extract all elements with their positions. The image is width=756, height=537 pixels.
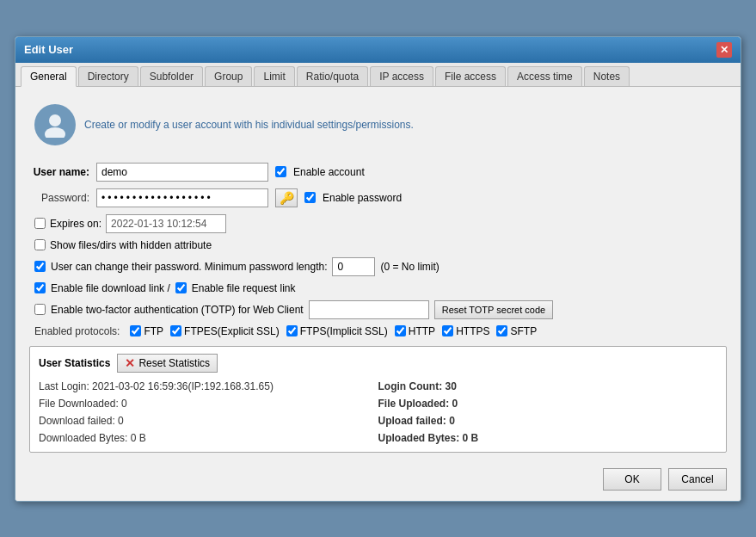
main-content: Create or modify a user account with his…: [15, 87, 741, 461]
login-count-stat: Login Count: 30: [378, 380, 718, 393]
svg-point-0: [49, 114, 61, 127]
dialog-title: Edit User: [24, 43, 73, 56]
downloaded-bytes-stat: Downloaded Bytes: 0 B: [39, 431, 378, 445]
cancel-button[interactable]: Cancel: [668, 468, 727, 491]
tab-file-access[interactable]: File access: [435, 66, 506, 86]
stats-title: User Statistics: [39, 357, 110, 369]
proto-http-checkbox[interactable]: [395, 325, 406, 336]
protocols-row: Enabled protocols: FTP FTPES(Explicit SS…: [34, 325, 727, 337]
username-label: User name:: [29, 166, 89, 178]
close-button[interactable]: ✕: [716, 42, 732, 58]
upload-failed-value: 0: [449, 415, 455, 427]
proto-https: HTTPS: [442, 325, 489, 337]
min-password-input[interactable]: [332, 257, 375, 276]
proto-http: HTTP: [395, 325, 435, 337]
key-button[interactable]: 🔑: [275, 188, 298, 207]
proto-ftp: FTP: [130, 325, 163, 337]
enable-account-checkbox[interactable]: [275, 166, 286, 177]
proto-ftp-label: FTP: [144, 325, 163, 337]
request-link-checkbox[interactable]: [175, 282, 187, 293]
tab-limit[interactable]: Limit: [254, 66, 294, 86]
totp-input[interactable]: [309, 300, 429, 319]
expires-label: Expires on:: [50, 218, 101, 230]
header-description: Create or modify a user account with his…: [84, 119, 414, 131]
password-label: Password:: [29, 192, 89, 204]
tab-notes[interactable]: Notes: [584, 66, 630, 86]
reset-totp-button[interactable]: Reset TOTP secret code: [434, 300, 553, 319]
file-downloaded-label: File Downloaded:: [39, 398, 119, 410]
last-login-stat: Last Login: 2021-03-02 16:59:36(IP:192.1…: [39, 380, 378, 393]
upload-failed-label: Upload failed:: [378, 415, 446, 427]
tab-group[interactable]: Group: [205, 66, 252, 86]
edit-user-dialog: Edit User ✕ General Directory Subfolder …: [15, 36, 741, 502]
protocols-label: Enabled protocols:: [34, 325, 120, 337]
change-password-row: User can change their password. Minimum …: [34, 257, 727, 276]
avatar: [34, 104, 76, 145]
totp-label: Enable two-factor authentication (TOTP) …: [51, 304, 304, 316]
bottom-bar: OK Cancel: [15, 461, 741, 501]
tab-ip-access[interactable]: IP access: [370, 66, 433, 86]
totp-row: Enable two-factor authentication (TOTP) …: [34, 300, 727, 319]
request-link-label: Enable file request link: [192, 282, 296, 294]
login-count-label: Login Count:: [378, 380, 443, 392]
svg-point-1: [45, 127, 65, 138]
proto-sftp-label: SFTP: [510, 325, 537, 337]
expires-checkbox[interactable]: [34, 218, 46, 229]
password-input[interactable]: [96, 188, 268, 207]
proto-ftps: FTPS(Implicit SSL): [286, 325, 388, 337]
totp-checkbox[interactable]: [34, 304, 46, 315]
expires-row: Expires on:: [34, 214, 727, 233]
file-uploaded-value: 0: [452, 398, 458, 410]
change-password-label: User can change their password. Minimum …: [51, 261, 327, 273]
last-login-label: Last Login:: [39, 380, 89, 392]
enable-password-checkbox[interactable]: [304, 192, 316, 203]
tab-ratio-quota[interactable]: Ratio/quota: [297, 66, 368, 86]
last-login-value: 2021-03-02 16:59:36(IP:192.168.31.65): [92, 380, 274, 392]
file-uploaded-label: File Uploaded:: [378, 398, 450, 410]
downloaded-bytes-value: 0 B: [131, 432, 146, 444]
login-count-value: 30: [445, 380, 456, 392]
uploaded-bytes-stat: Uploaded Bytes: 0 B: [378, 431, 718, 445]
title-bar: Edit User ✕: [15, 37, 741, 63]
tab-access-time[interactable]: Access time: [507, 66, 582, 86]
stats-header: User Statistics ✕ Reset Statistics: [39, 354, 717, 373]
password-row: Password: 🔑 Enable password: [29, 188, 727, 207]
show-hidden-checkbox[interactable]: [34, 239, 46, 250]
proto-ftpes: FTPES(Explicit SSL): [170, 325, 280, 337]
user-statistics-panel: User Statistics ✕ Reset Statistics Last …: [29, 346, 727, 453]
enable-password-label: Enable password: [323, 192, 402, 204]
download-failed-value: 0: [118, 415, 124, 427]
change-password-checkbox[interactable]: [34, 261, 46, 272]
user-header: Create or modify a user account with his…: [29, 99, 727, 151]
username-input[interactable]: [96, 163, 268, 182]
reset-statistics-button[interactable]: ✕ Reset Statistics: [117, 354, 218, 373]
reset-icon: ✕: [125, 356, 135, 370]
proto-ftps-label: FTPS(Implicit SSL): [300, 325, 388, 337]
download-failed-stat: Download failed: 0: [39, 414, 378, 428]
username-row: User name: Enable account: [29, 163, 727, 182]
min-pwd-hint: (0 = No limit): [380, 261, 439, 273]
download-link-label: Enable file download link /: [51, 282, 170, 294]
proto-https-checkbox[interactable]: [442, 325, 453, 336]
proto-ftpes-checkbox[interactable]: [170, 325, 181, 336]
download-link-checkbox[interactable]: [34, 282, 46, 293]
proto-ftps-checkbox[interactable]: [286, 325, 298, 336]
proto-sftp: SFTP: [496, 325, 537, 337]
file-downloaded-stat: File Downloaded: 0: [39, 397, 378, 410]
proto-ftp-checkbox[interactable]: [130, 325, 141, 336]
download-failed-label: Download failed:: [39, 415, 115, 427]
proto-ftpes-label: FTPES(Explicit SSL): [184, 325, 280, 337]
downloaded-bytes-label: Downloaded Bytes:: [39, 432, 127, 444]
tab-directory[interactable]: Directory: [78, 66, 138, 86]
show-hidden-label: Show files/dirs with hidden attribute: [50, 239, 212, 251]
file-uploaded-stat: File Uploaded: 0: [378, 397, 718, 410]
proto-sftp-checkbox[interactable]: [496, 325, 507, 336]
uploaded-bytes-value: 0 B: [463, 432, 479, 444]
tab-subfolder[interactable]: Subfolder: [140, 66, 203, 86]
expires-input[interactable]: [106, 214, 226, 233]
link-row: Enable file download link / Enable file …: [34, 282, 727, 294]
proto-http-label: HTTP: [409, 325, 435, 337]
tab-general[interactable]: General: [21, 66, 77, 87]
tabs-bar: General Directory Subfolder Group Limit …: [15, 63, 741, 87]
ok-button[interactable]: OK: [603, 468, 661, 491]
